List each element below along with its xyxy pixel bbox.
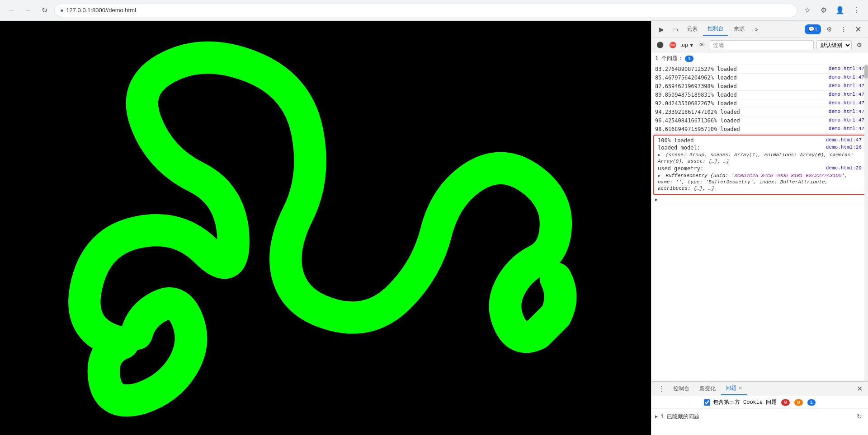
main-area: ▶ ▭ 元素 控制台 来源 » 💬 1 ⚙ ⋮ — [0, 21, 868, 435]
console-link[interactable]: demo.html:47 — [829, 117, 864, 123]
console-text: 92.04243530682267% loaded — [655, 100, 825, 107]
hidden-issues-triangle[interactable]: ▶ — [655, 414, 658, 419]
devtools-bottom-panel: ⋮ 控制台 新变化 问题 ✕ ✕ — [651, 381, 868, 435]
expand-triangle-1[interactable]: ▶ — [658, 153, 660, 158]
lock-icon: ● — [60, 7, 63, 14]
console-text: 98.616894971595710% loaded — [655, 126, 825, 132]
devtools-panel: ▶ ▭ 元素 控制台 来源 » 💬 1 ⚙ ⋮ — [651, 21, 868, 435]
back-button[interactable]: ← — [5, 4, 18, 17]
bottom-tab-console[interactable]: 控制台 — [669, 383, 694, 395]
console-line: 83.27648908712527% loaded demo.html:47 — [651, 65, 868, 74]
tabs-right-controls: 💬 1 ⚙ ⋮ ✕ — [805, 23, 864, 36]
bottom-tab-issues[interactable]: 问题 ✕ — [721, 383, 747, 395]
loaded-model-link[interactable]: demo.html:26 — [826, 145, 862, 151]
hidden-issues-section: ▶ 1 已隐藏的问题 ↻ — [651, 409, 868, 424]
issues-badge: 1 — [685, 56, 693, 62]
console-settings-btn[interactable]: ⚙ — [854, 40, 864, 50]
console-text: 94.233921861747102% loaded — [655, 109, 825, 115]
console-text: 85.46797564204962% loaded — [655, 75, 825, 81]
bookmark-button[interactable]: ☆ — [801, 4, 814, 17]
console-text: 83.27648908712527% loaded — [655, 66, 825, 72]
devtools-tabs-bar: ▶ ▭ 元素 控制台 来源 » 💬 1 ⚙ ⋮ — [651, 21, 868, 38]
issues-count-bar: 1 个问题： 1 — [651, 52, 868, 65]
console-line: 94.233921861747102% loaded demo.html:47 — [651, 108, 868, 117]
console-link[interactable]: demo.html:47 — [829, 83, 864, 89]
more-tabs-btn[interactable]: » — [750, 23, 763, 36]
menu-button[interactable]: ⋮ — [850, 4, 863, 17]
console-arrow-line: ▶ — [651, 196, 868, 204]
profile-button[interactable]: 👤 — [834, 4, 846, 17]
filter-input[interactable] — [710, 40, 814, 50]
console-text: 89.85094875189831% loaded — [655, 92, 825, 98]
console-output[interactable]: 83.27648908712527% loaded demo.html:47 8… — [651, 65, 868, 381]
console-link[interactable]: demo.html:47 — [829, 92, 864, 97]
reload-button[interactable]: ↻ — [38, 4, 51, 17]
console-line: 92.04243530682267% loaded demo.html:47 — [651, 99, 868, 108]
arrow-icon[interactable]: ▶ — [655, 197, 658, 202]
console-link[interactable]: demo.html:47 — [829, 66, 864, 71]
expand-triangle-2[interactable]: ▶ — [658, 173, 660, 178]
console-line: 98.616894971595710% loaded demo.html:47 — [651, 125, 868, 134]
browser-window: ← → ↻ ● 127.0.0.1:8000//demo.html ☆ ⚙ 👤 … — [0, 0, 868, 435]
tab-console[interactable]: 控制台 — [703, 23, 728, 36]
tab-issues-badge[interactable]: 💬 1 — [805, 24, 821, 34]
more-options-btn[interactable]: ⋮ — [837, 23, 850, 36]
forward-button[interactable]: → — [22, 4, 34, 17]
device-mode-btn[interactable]: ▭ — [669, 23, 681, 36]
extensions-button[interactable]: ⚙ — [817, 4, 830, 17]
tab-elements[interactable]: 元素 — [682, 23, 702, 36]
console-link[interactable]: demo.html:47 — [829, 75, 864, 80]
console-line: 89.85094875189831% loaded demo.html:47 — [651, 91, 868, 99]
refresh-issues-btn[interactable]: ↻ — [854, 412, 864, 421]
clear-console-btn[interactable]: ⚫ — [655, 40, 665, 50]
toggle-eye-btn[interactable]: 👁 — [697, 40, 707, 50]
warn-count-badge: 0 — [794, 399, 803, 406]
model-obj-text: {scene: Group, scenes: Array(1), animati… — [658, 152, 854, 164]
console-link[interactable]: demo.html:47 — [829, 100, 864, 106]
highlighted-console-block: 100% loaded demo.html:47 loaded model: d… — [653, 135, 866, 195]
url-text: 127.0.0.1:8000//demo.html — [66, 7, 136, 14]
loaded-100-link[interactable]: demo.html:47 — [826, 137, 862, 144]
toolbar-right: ☆ ⚙ 👤 ⋮ — [801, 4, 863, 17]
scrollbar-thumb[interactable] — [864, 65, 868, 79]
devtools-toolbar2: ⚫ ⛔ top ▼ 👁 默认级别 ⚙ — [651, 38, 868, 52]
info-count-badge: 1 — [807, 399, 816, 406]
level-dropdown[interactable]: 默认级别 — [816, 40, 852, 50]
hidden-issues-label: 1 已隐藏的问题 — [660, 413, 699, 421]
console-text: 96.425408416671366% loaded — [655, 117, 825, 124]
demo-canvas — [0, 21, 651, 435]
cookie-bar: 包含第三方 Cookie 问题 0 0 1 — [651, 396, 868, 409]
console-link[interactable]: demo.html:47 — [829, 126, 864, 131]
error-count-badge: 0 — [781, 399, 790, 406]
bottom-tab-changes[interactable]: 新变化 — [695, 383, 720, 395]
issues-tab-close[interactable]: ✕ — [738, 385, 742, 391]
used-geometry-text: used geometry: — [658, 165, 822, 172]
console-text: 87.65946219697398% loaded — [655, 83, 825, 89]
cookie-checkbox[interactable] — [704, 399, 710, 406]
snake-svg — [0, 21, 651, 435]
geometry-obj-text: BufferGeometry {uuid: '3C0D7C2A-84C6-49D… — [658, 173, 848, 191]
used-geometry-link[interactable]: demo.html:29 — [826, 165, 862, 172]
bottom-tabs: ⋮ 控制台 新变化 问题 ✕ ✕ — [651, 382, 868, 396]
console-line: 87.65946219697398% loaded demo.html:47 — [651, 82, 868, 91]
close-devtools-btn[interactable]: ✕ — [852, 23, 864, 36]
close-bottom-panel-btn[interactable]: ✕ — [854, 384, 864, 394]
address-bar[interactable]: ● 127.0.0.1:8000//demo.html — [54, 4, 797, 17]
bottom-more-btn[interactable]: ⋮ — [655, 383, 668, 395]
loaded-model-text: loaded model: — [658, 145, 822, 151]
context-dropdown[interactable]: top ▼ — [680, 42, 694, 48]
console-line: 85.46797564204962% loaded demo.html:47 — [651, 74, 868, 82]
inspect-element-btn[interactable]: ▶ — [655, 23, 668, 36]
settings-btn[interactable]: ⚙ — [823, 23, 835, 36]
browser-toolbar: ← → ↻ ● 127.0.0.1:8000//demo.html ☆ ⚙ 👤 … — [0, 0, 868, 21]
console-line: 96.425408416671366% loaded demo.html:47 — [651, 117, 868, 125]
console-link[interactable]: demo.html:47 — [829, 109, 864, 114]
tab-source[interactable]: 来源 — [729, 23, 749, 36]
console-scrollbar[interactable] — [864, 65, 868, 381]
loaded-100-text: 100% loaded — [658, 137, 822, 144]
cookie-label: 包含第三方 Cookie 问题 — [713, 398, 777, 406]
stop-recording-btn[interactable]: ⛔ — [668, 40, 678, 50]
